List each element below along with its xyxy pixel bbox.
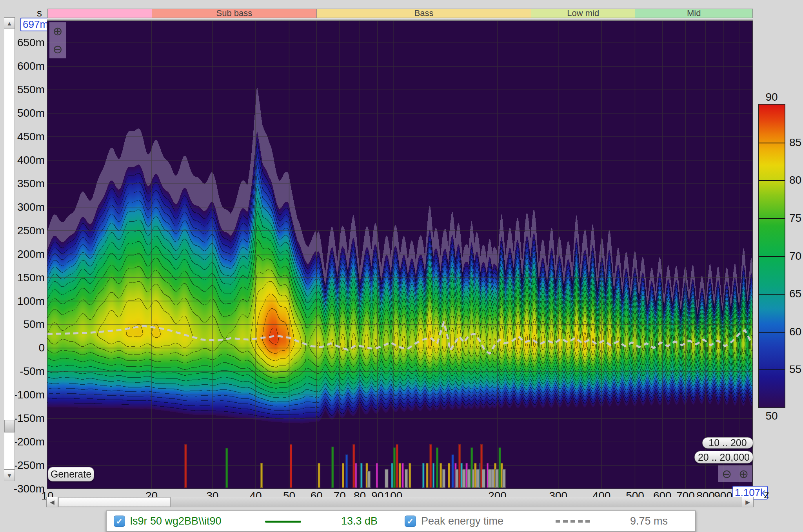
peak-energy-line-sample: [556, 520, 592, 523]
peak-energy-value: 9.75 ms: [630, 511, 668, 531]
colorbar-tick: [759, 332, 785, 333]
colorbar: 85807570656055: [758, 104, 785, 408]
colorbar-tick: [759, 294, 785, 295]
frequency-band-Low mid: Low mid: [531, 9, 635, 18]
y-tick-label: 50m: [13, 318, 45, 331]
legend-panel: ✓ ls9r 50 wg2BB\\it90 13.3 dB ✓ Peak ene…: [106, 510, 696, 532]
vertical-scrollbar-thumb[interactable]: [4, 420, 15, 432]
measurement-checkbox[interactable]: ✓: [114, 516, 125, 527]
band-strip-bevel: [47, 18, 753, 21]
y-tick-label: 600m: [13, 60, 45, 72]
peak-energy-label: Peak energy time: [421, 511, 503, 531]
band-label: Sub bass: [216, 9, 253, 18]
y-tick-label: 100m: [13, 295, 45, 308]
scroll-down-button[interactable]: ▼: [4, 469, 15, 481]
horizontal-scrollbar-thumb[interactable]: [58, 497, 171, 507]
colorbar-tick-label: 65: [789, 288, 801, 300]
colorbar-tick-label: 70: [789, 250, 801, 262]
range-20-20000-button[interactable]: 20 .. 20,000: [694, 451, 753, 463]
peak-energy-checkbox[interactable]: ✓: [405, 516, 416, 527]
y-tick-label: -50m: [13, 365, 45, 378]
x-axis-unit-label: z: [764, 489, 769, 501]
y-tick-label: 650m: [13, 36, 45, 49]
measurement-label: ls9r 50 wg2BB\\it90: [130, 511, 222, 531]
colorbar-tick-label: 80: [789, 174, 801, 186]
scroll-left-button[interactable]: ◀: [46, 497, 58, 507]
app-window: s 697m Sub bassBassLow midMid ⊕ ⊖ ⊖ ⊕ 65…: [0, 0, 803, 532]
zoom-out-icon[interactable]: ⊖: [49, 40, 66, 58]
y-tick-label: 400m: [13, 154, 45, 166]
zoom-out-icon[interactable]: ⊖: [718, 465, 735, 482]
zoom-in-icon[interactable]: ⊕: [49, 22, 66, 40]
y-tick-label: 450m: [13, 130, 45, 143]
y-tick-label: -250m: [13, 459, 45, 472]
y-axis-top-value-field[interactable]: 697m: [20, 18, 51, 31]
frequency-band-Mid: Mid: [635, 9, 753, 18]
scroll-right-button[interactable]: ▶: [742, 497, 754, 507]
colorbar-tick: [759, 218, 785, 219]
peak-energy-row: ✓: [405, 511, 416, 531]
vertical-scrollbar[interactable]: [4, 17, 15, 481]
y-tick-label: 200m: [13, 248, 45, 261]
colorbar-tick-label: 85: [789, 136, 801, 149]
y-tick-label: 350m: [13, 177, 45, 190]
measurement-value: 13.3 dB: [341, 511, 378, 531]
colorbar-tick-label: 60: [789, 326, 801, 338]
frequency-band-left: [47, 9, 152, 18]
generate-button[interactable]: Generate: [48, 467, 94, 481]
y-tick-label: 0: [13, 342, 45, 354]
scroll-up-button[interactable]: ▲: [4, 17, 15, 29]
colorbar-min-label: 50: [758, 410, 785, 422]
colorbar-tick: [759, 256, 785, 257]
frequency-band-strip: Sub bassBassLow midMid: [47, 9, 753, 18]
y-tick-label: 150m: [13, 271, 45, 284]
colorbar-max-label: 90: [758, 91, 785, 103]
plot-zoom-panel-top-left: ⊕ ⊖: [49, 22, 66, 58]
colorbar-tick: [759, 369, 785, 370]
measurement-row: ✓: [114, 511, 125, 531]
colorbar-tick: [759, 180, 785, 181]
colorbar-tick-label: 55: [789, 363, 801, 376]
range-10-200-button[interactable]: 10 .. 200: [702, 437, 753, 449]
y-tick-label: 300m: [13, 201, 45, 214]
band-label: Bass: [414, 9, 434, 18]
frequency-band-Sub bass: Sub bass: [152, 9, 317, 18]
band-label: Low mid: [567, 9, 599, 18]
spectrogram-plot[interactable]: [47, 21, 753, 489]
measurement-line-sample: [265, 521, 301, 523]
y-tick-label: 550m: [13, 83, 45, 96]
colorbar-tick-label: 75: [789, 212, 801, 224]
plot-zoom-panel-bottom-right: ⊖ ⊕: [718, 465, 752, 482]
frequency-band-Bass: Bass: [316, 9, 531, 18]
y-tick-label: -100m: [13, 389, 45, 401]
zoom-in-icon[interactable]: ⊕: [735, 465, 752, 482]
y-tick-label: -150m: [13, 412, 45, 425]
y-tick-label: 500m: [13, 107, 45, 119]
band-label: Mid: [687, 9, 701, 18]
colorbar-tick: [759, 143, 785, 143]
y-tick-label: -200m: [13, 436, 45, 448]
y-tick-label: 250m: [13, 224, 45, 237]
